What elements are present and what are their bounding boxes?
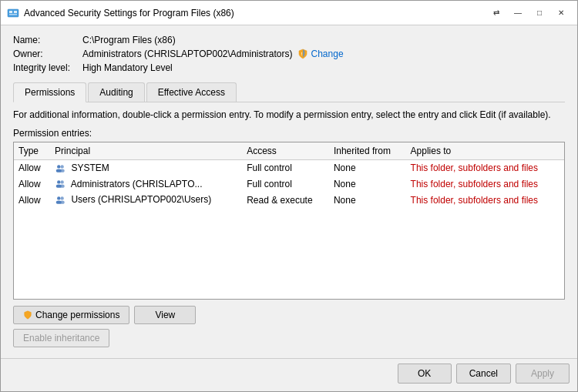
cancel-button[interactable]: Cancel [456, 364, 511, 384]
cell-type: Allow [14, 176, 50, 193]
cell-inherited: None [329, 192, 406, 208]
cell-applies-to: This folder, subfolders and files [406, 176, 564, 193]
svg-point-11 [61, 181, 64, 184]
action-buttons: Change permissions View Enable inheritan… [13, 300, 565, 352]
svg-rect-1 [9, 11, 12, 13]
swap-button[interactable]: ⇄ [486, 5, 506, 21]
integrity-label: Integrity level: [13, 62, 82, 73]
cell-access: Full control [242, 176, 329, 193]
owner-row: Owner: Administrators (CHRISLAPTOP002\Ad… [13, 49, 565, 59]
cell-principal: SYSTEM [50, 159, 242, 176]
owner-label: Owner: [13, 49, 82, 59]
svg-point-8 [60, 169, 65, 172]
title-bar: Advanced Security Settings for Program F… [1, 1, 577, 25]
table-row[interactable]: Allow Users (CHRISLAPTOP002\Users) Read … [14, 192, 564, 208]
view-button[interactable]: View [134, 306, 196, 324]
change-permissions-button[interactable]: Change permissions [13, 306, 129, 324]
tab-bar: Permissions Auditing Effective Access [13, 82, 565, 102]
svg-point-9 [57, 181, 60, 184]
integrity-value: High Mandatory Level [82, 62, 173, 73]
col-header-type: Type [14, 142, 50, 160]
window-controls: ⇄ — □ ✕ [486, 5, 571, 21]
tab-permissions[interactable]: Permissions [13, 82, 86, 102]
enable-inheritance-button[interactable]: Enable inheritance [13, 329, 109, 347]
svg-point-12 [60, 185, 65, 188]
tab-effective-access[interactable]: Effective Access [146, 82, 237, 102]
change-label: Change [311, 49, 344, 59]
svg-point-5 [57, 165, 60, 168]
cell-inherited: None [329, 159, 406, 176]
minimize-button[interactable]: — [508, 5, 528, 21]
description-text: For additional information, double-click… [13, 109, 565, 122]
svg-rect-2 [14, 11, 17, 13]
cell-type: Allow [14, 159, 50, 176]
col-header-inherited: Inherited from [329, 142, 406, 160]
action-row2: Enable inheritance [13, 329, 565, 347]
svg-point-7 [61, 165, 64, 168]
close-button[interactable]: ✕ [551, 5, 571, 21]
integrity-row: Integrity level: High Mandatory Level [13, 62, 565, 73]
maximize-button[interactable]: □ [529, 5, 549, 21]
window-icon [7, 7, 19, 19]
svg-point-16 [60, 201, 65, 204]
permissions-table-container: Type Principal Access Inherited from App… [13, 142, 565, 300]
section-label: Permission entries: [13, 128, 565, 139]
svg-rect-3 [9, 14, 17, 15]
user-icon [55, 195, 66, 206]
col-header-access: Access [242, 142, 329, 160]
change-owner-link[interactable]: ! Change [297, 49, 344, 59]
owner-value: Administrators (CHRISLAPTOP002\Administr… [82, 49, 293, 59]
col-header-applies: Applies to [406, 142, 564, 160]
main-window: Advanced Security Settings for Program F… [0, 0, 578, 392]
action-row1: Change permissions View [13, 306, 565, 324]
cell-principal: Users (CHRISLAPTOP002\Users) [50, 192, 242, 208]
shield-small-icon [23, 310, 32, 320]
footer: OK Cancel Apply [1, 358, 577, 391]
cell-access: Full control [242, 159, 329, 176]
permissions-table: Type Principal Access Inherited from App… [14, 142, 564, 208]
user-icon [55, 163, 66, 174]
content-area: Name: C:\Program Files (x86) Owner: Admi… [1, 25, 577, 358]
cell-access: Read & execute [242, 192, 329, 208]
table-row[interactable]: Allow Administrators (CHRISLAPTО... Full… [14, 176, 564, 193]
cell-type: Allow [14, 192, 50, 208]
svg-point-15 [61, 196, 64, 199]
cell-applies-to: This folder, subfolders and files [406, 192, 564, 208]
table-header-row: Type Principal Access Inherited from App… [14, 142, 564, 160]
tab-auditing[interactable]: Auditing [88, 82, 144, 102]
user-icon [55, 179, 66, 189]
name-label: Name: [13, 35, 82, 45]
table-row[interactable]: Allow SYSTEM Full control None This fold… [14, 159, 564, 176]
ok-button[interactable]: OK [398, 364, 452, 384]
name-value: C:\Program Files (x86) [82, 35, 176, 45]
svg-point-13 [57, 196, 60, 199]
window-title: Advanced Security Settings for Program F… [24, 8, 486, 18]
cell-applies-to: This folder, subfolders and files [406, 159, 564, 176]
change-permissions-label: Change permissions [35, 310, 119, 320]
col-header-principal: Principal [50, 142, 242, 160]
shield-icon: ! [297, 49, 308, 59]
cell-principal: Administrators (CHRISLAPTО... [50, 176, 242, 193]
cell-inherited: None [329, 176, 406, 193]
name-row: Name: C:\Program Files (x86) [13, 35, 565, 45]
apply-button[interactable]: Apply [516, 364, 570, 384]
